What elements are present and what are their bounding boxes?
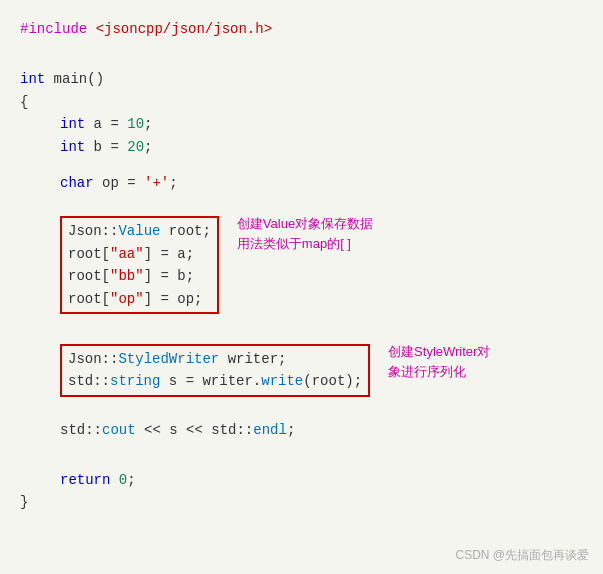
std-ns: std:: <box>68 370 110 392</box>
return-val <box>110 469 118 491</box>
box1-line2: root["aa"] = a; <box>68 243 211 265</box>
styledwriter-class: StyledWriter <box>118 348 219 370</box>
root-bb-eq: ] = b; <box>144 265 194 287</box>
include-keyword: #include <box>20 18 87 40</box>
box2-border: Json::StyledWriter writer; std::string s… <box>60 344 370 397</box>
json-ns-1: Json:: <box>68 220 118 242</box>
code-area: #include <jsoncpp/json/json.h> int main(… <box>0 0 603 524</box>
line-b: int b = 20 ; <box>20 136 583 158</box>
line-return: return 0 ; <box>20 469 583 491</box>
close-brace: } <box>20 491 583 513</box>
box1-comment-line2: 用法类似于map的[ ] <box>237 234 373 254</box>
box2-line2: std::string s = writer.write(root); <box>68 370 362 392</box>
num-20: 20 <box>127 136 144 158</box>
std-ns-cout: std:: <box>60 419 102 441</box>
root-decl: root; <box>160 220 210 242</box>
brace-open-text: { <box>20 91 28 113</box>
root-op-eq: ] = op; <box>144 288 203 310</box>
main-text: main() <box>45 68 104 90</box>
brace-close-text: } <box>20 491 28 513</box>
semicolon-a: ; <box>144 113 152 135</box>
box2-comment: 创建StyleWriter对 象进行序列化 <box>388 340 490 382</box>
root-op: root[ <box>68 288 110 310</box>
watermark: CSDN @先搞面包再谈爱 <box>455 547 589 564</box>
cout-semi: ; <box>287 419 295 441</box>
box2-line1: Json::StyledWriter writer; <box>68 348 362 370</box>
line-a: int a = 10 ; <box>20 113 583 135</box>
box1-comment-line1: 创建Value对象保存数据 <box>237 214 373 234</box>
box1-line4: root["op"] = op; <box>68 288 211 310</box>
box2-section: Json::StyledWriter writer; std::string s… <box>20 340 583 401</box>
write-method: write <box>261 370 303 392</box>
str-op: "op" <box>110 288 144 310</box>
char-plus: '+' <box>144 172 169 194</box>
root-aa: root[ <box>68 243 110 265</box>
endl-ident: endl <box>253 419 287 441</box>
str-bb: "bb" <box>110 265 144 287</box>
return-kw: return <box>60 469 110 491</box>
write-call: (root); <box>303 370 362 392</box>
std-ns-endl: std:: <box>211 419 253 441</box>
op-decl: op = <box>94 172 144 194</box>
box2-comment-line1: 创建StyleWriter对 <box>388 342 490 362</box>
open-brace: { <box>20 91 583 113</box>
return-semi: ; <box>127 469 135 491</box>
cout-ops: << s << <box>136 419 212 441</box>
root-bb: root[ <box>68 265 110 287</box>
include-space <box>87 18 95 40</box>
json-ns-2: Json:: <box>68 348 118 370</box>
s-decl: s = writer. <box>160 370 261 392</box>
include-path: <jsoncpp/json/json.h> <box>96 18 272 40</box>
b-decl: b = <box>85 136 127 158</box>
a-decl: a = <box>85 113 127 135</box>
line-cout: std::cout << s << std::endl ; <box>20 419 583 441</box>
value-class: Value <box>118 220 160 242</box>
semicolon-b: ; <box>144 136 152 158</box>
box2-comment-line2: 象进行序列化 <box>388 362 490 382</box>
box1-line3: root["bb"] = b; <box>68 265 211 287</box>
int-keyword: int <box>20 68 45 90</box>
cout-ident: cout <box>102 419 136 441</box>
str-aa: "aa" <box>110 243 144 265</box>
char-kw: char <box>60 172 94 194</box>
string-class: string <box>110 370 160 392</box>
box1-border: Json::Value root; root["aa"] = a; root["… <box>60 216 219 314</box>
num-0: 0 <box>119 469 127 491</box>
semicolon-op: ; <box>169 172 177 194</box>
num-10: 10 <box>127 113 144 135</box>
int-kw-a: int <box>60 113 85 135</box>
box1-line1: Json::Value root; <box>68 220 211 242</box>
line-char: char op = '+' ; <box>20 172 583 194</box>
include-line: #include <jsoncpp/json/json.h> <box>20 18 583 40</box>
root-aa-eq: ] = a; <box>144 243 194 265</box>
writer-decl: writer; <box>219 348 286 370</box>
int-kw-b: int <box>60 136 85 158</box>
box1-section: Json::Value root; root["aa"] = a; root["… <box>20 212 583 318</box>
box1-comment: 创建Value对象保存数据 用法类似于map的[ ] <box>237 212 373 254</box>
main-declaration: int main() <box>20 68 583 90</box>
